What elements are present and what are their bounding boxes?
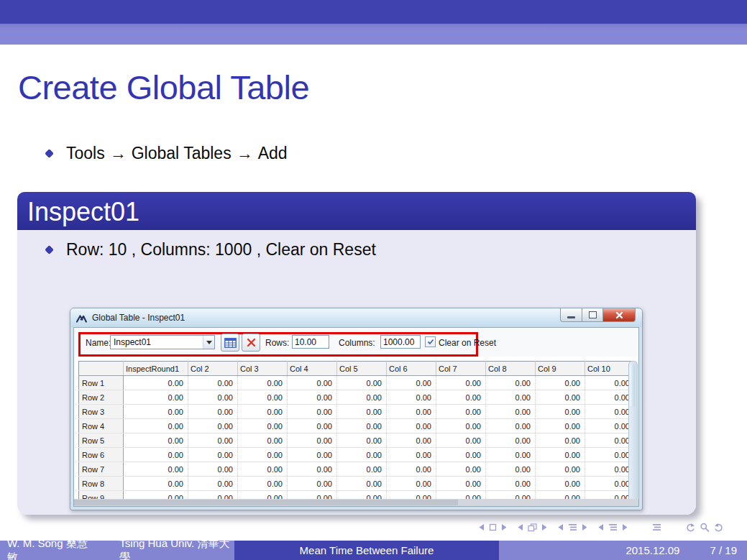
table-cell[interactable]: 0.00 (288, 462, 337, 477)
redo-icon[interactable] (714, 523, 724, 532)
table-cell[interactable]: 0.00 (585, 390, 635, 405)
table-cell[interactable]: 0.00 (536, 477, 585, 491)
table-cell[interactable]: 0.00 (337, 405, 387, 419)
table-cell[interactable]: 0.00 (536, 390, 585, 405)
vertical-scrollbar-thumb[interactable] (630, 364, 635, 407)
appendix-outline-icon[interactable] (652, 523, 661, 531)
table-cell[interactable]: 0.00 (288, 390, 337, 405)
table-cell[interactable]: 0.00 (436, 433, 486, 448)
table-cell[interactable]: 0.00 (238, 433, 288, 448)
table-cell[interactable]: 0.00 (486, 462, 536, 477)
column-header[interactable] (79, 362, 124, 376)
table-cell[interactable]: 0.00 (288, 419, 337, 433)
table-cell[interactable]: 0.00 (337, 477, 387, 491)
column-header[interactable]: Col 2 (188, 362, 238, 376)
table-cell[interactable]: 0.00 (387, 462, 436, 477)
columns-input[interactable] (380, 335, 421, 349)
frame-overview-icon[interactable] (528, 523, 537, 532)
table-cell[interactable]: 0.00 (436, 419, 486, 433)
column-header[interactable]: Col 7 (436, 362, 486, 376)
clear-on-reset-checkbox[interactable] (425, 336, 436, 347)
delete-table-button[interactable] (242, 334, 260, 352)
name-combobox[interactable]: Inspect01 (110, 335, 215, 349)
table-cell[interactable]: 0.00 (585, 419, 635, 433)
table-cell[interactable]: 0.00 (288, 433, 337, 448)
table-cell[interactable]: 0.00 (387, 433, 436, 448)
table-cell[interactable]: 0.00 (124, 448, 188, 462)
table-cell[interactable]: 0.00 (536, 433, 585, 448)
table-cell[interactable]: 0.00 (486, 448, 536, 462)
column-header[interactable]: Col 10 (585, 362, 635, 376)
table-cell[interactable]: 0.00 (188, 462, 238, 477)
table-cell[interactable]: 0.00 (337, 448, 387, 462)
table-cell[interactable]: 0.00 (188, 390, 238, 405)
column-header[interactable]: Col 5 (337, 362, 387, 376)
table-cell[interactable]: 0.00 (188, 448, 238, 462)
table-cell[interactable]: 0.00 (188, 419, 238, 433)
table-cell[interactable]: 0.00 (436, 405, 486, 419)
table-cell[interactable]: 0.00 (337, 462, 387, 477)
row-header[interactable]: Row 1 (79, 376, 124, 390)
horizontal-scrollbar-thumb[interactable] (74, 500, 458, 505)
dialog-titlebar[interactable]: Global Table - Inspect01 (70, 308, 642, 327)
table-cell[interactable]: 0.00 (436, 477, 486, 491)
column-header[interactable]: Col 8 (486, 362, 536, 376)
horizontal-scrollbar[interactable] (74, 499, 638, 506)
next-frame-icon[interactable] (501, 523, 508, 531)
table-cell[interactable]: 0.00 (124, 376, 188, 390)
subsection-outline-icon[interactable] (608, 523, 618, 531)
table-cell[interactable]: 0.00 (238, 390, 288, 405)
table-cell[interactable]: 0.00 (585, 477, 635, 491)
table-cell[interactable]: 0.00 (188, 477, 238, 491)
restore-button[interactable] (582, 308, 603, 322)
table-cell[interactable]: 0.00 (436, 390, 486, 405)
rows-input[interactable] (292, 335, 329, 349)
table-cell[interactable]: 0.00 (238, 376, 288, 390)
table-cell[interactable]: 0.00 (288, 477, 337, 491)
row-header[interactable]: Row 3 (79, 405, 124, 419)
table-cell[interactable]: 0.00 (124, 419, 188, 433)
table-cell[interactable]: 0.00 (238, 419, 288, 433)
table-cell[interactable]: 0.00 (387, 419, 436, 433)
table-cell[interactable]: 0.00 (585, 376, 635, 390)
table-cell[interactable]: 0.00 (124, 477, 188, 491)
table-cell[interactable]: 0.00 (436, 462, 486, 477)
table-cell[interactable]: 0.00 (486, 390, 536, 405)
column-header[interactable]: Col 9 (536, 362, 585, 376)
table-cell[interactable]: 0.00 (188, 433, 238, 448)
frame-icon[interactable] (489, 523, 497, 531)
table-cell[interactable]: 0.00 (337, 419, 387, 433)
table-cell[interactable]: 0.00 (337, 376, 387, 390)
next-icon[interactable] (541, 523, 548, 531)
table-cell[interactable]: 0.00 (536, 419, 585, 433)
prev-frame-icon[interactable] (478, 523, 485, 531)
table-cell[interactable]: 0.00 (486, 477, 536, 491)
table-cell[interactable]: 0.00 (124, 433, 188, 448)
table-cell[interactable]: 0.00 (188, 376, 238, 390)
table-cell[interactable]: 0.00 (585, 433, 635, 448)
table-cell[interactable]: 0.00 (238, 477, 288, 491)
column-header[interactable]: InspectRound1 (124, 362, 188, 376)
table-cell[interactable]: 0.00 (238, 448, 288, 462)
prev-section-icon[interactable] (557, 523, 564, 531)
table-cell[interactable]: 0.00 (124, 390, 188, 405)
table-cell[interactable]: 0.00 (288, 448, 337, 462)
minimize-button[interactable] (560, 308, 582, 322)
row-header[interactable]: Row 2 (79, 390, 124, 405)
table-cell[interactable]: 0.00 (585, 405, 635, 419)
table-cell[interactable]: 0.00 (337, 390, 387, 405)
table-cell[interactable]: 0.00 (486, 433, 536, 448)
table-cell[interactable]: 0.00 (585, 448, 635, 462)
row-header[interactable]: Row 4 (79, 419, 124, 433)
table-cell[interactable]: 0.00 (486, 405, 536, 419)
table-cell[interactable]: 0.00 (238, 462, 288, 477)
search-icon[interactable] (700, 523, 710, 532)
undo-icon[interactable] (685, 523, 695, 532)
table-cell[interactable]: 0.00 (288, 376, 337, 390)
close-button[interactable] (603, 308, 636, 322)
table-cell[interactable]: 0.00 (536, 448, 585, 462)
prev-subsection-icon[interactable] (597, 523, 604, 531)
table-cell[interactable]: 0.00 (536, 405, 585, 419)
table-cell[interactable]: 0.00 (337, 433, 387, 448)
column-header[interactable]: Col 3 (238, 362, 288, 376)
